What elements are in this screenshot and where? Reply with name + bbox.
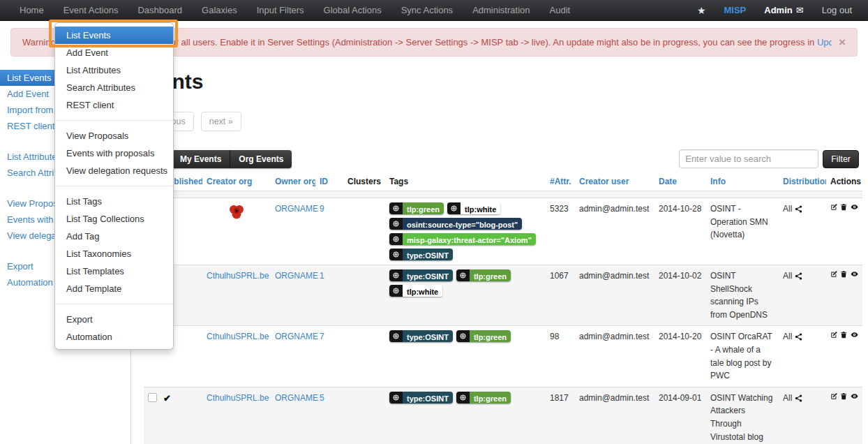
close-icon[interactable]: ×: [832, 36, 846, 50]
delete-icon[interactable]: [840, 202, 847, 212]
dropdown-item-add-event[interactable]: Add Event: [55, 44, 173, 61]
header-attr-count[interactable]: #Attr.: [546, 172, 575, 191]
nav-item-global-actions[interactable]: Global Actions: [314, 0, 391, 21]
delete-icon[interactable]: [840, 392, 847, 401]
nav-item-dashboard[interactable]: Dashboard: [128, 0, 192, 21]
dropdown-item-events-with-proposals[interactable]: Events with proposals: [55, 145, 173, 162]
nav-item-sync-actions[interactable]: Sync Actions: [391, 0, 463, 21]
org-events-button[interactable]: Org Events: [230, 150, 292, 168]
edit-icon[interactable]: [830, 392, 837, 401]
creator-org-link[interactable]: CthulhuSPRL.be: [207, 393, 269, 403]
tag-tlp-green[interactable]: tlp:green: [456, 269, 511, 281]
tag-tlp-green[interactable]: tlp:green: [456, 330, 511, 342]
attr-count-cell: 1067: [546, 265, 575, 326]
share-icon[interactable]: [795, 394, 802, 402]
nav-item-event-actions[interactable]: Event Actions: [54, 0, 128, 21]
event-id-link[interactable]: 9: [320, 204, 324, 214]
dropdown-divider: [56, 120, 172, 121]
my-events-button[interactable]: My Events: [172, 150, 230, 168]
search-input[interactable]: [679, 149, 818, 168]
dropdown-item-list-templates[interactable]: List Templates: [55, 262, 173, 280]
next-page-button[interactable]: next »: [201, 112, 241, 131]
owner-org-link[interactable]: ORGNAME: [275, 332, 318, 341]
owner-org-link[interactable]: ORGNAME: [275, 271, 318, 281]
event-actions-dropdown: List Events Add Event List Attributes Se…: [54, 22, 174, 350]
update-progress-link[interactable]: Update Progress: [817, 37, 832, 47]
row-checkbox[interactable]: [148, 393, 157, 402]
star-icon[interactable]: ★: [688, 0, 715, 21]
creator-org-link[interactable]: CthulhuSPRL.be: [207, 271, 269, 281]
tag-osint-source-type-blog-post-[interactable]: osint:source-type="blog-post": [389, 218, 522, 230]
edit-icon[interactable]: [830, 269, 837, 279]
event-id-link[interactable]: 1: [320, 271, 324, 281]
tag-tlp-white[interactable]: tlp:white: [447, 202, 500, 214]
dropdown-item-search-attributes[interactable]: Search Attributes: [55, 79, 173, 96]
globe-icon: [393, 236, 399, 242]
dropdown-item-view-proposals[interactable]: View Proposals: [55, 127, 173, 145]
dropdown-item-view-delegation-requests[interactable]: View delegation requests: [55, 162, 173, 179]
tags-cell: type:OSINTtlp:green: [389, 392, 541, 404]
tag-tlp-white[interactable]: tlp:white: [389, 285, 442, 297]
tag-label: tlp:green: [470, 392, 511, 404]
view-icon[interactable]: [851, 269, 858, 279]
filter-button[interactable]: Filter: [823, 150, 859, 168]
nav-item-input-filters[interactable]: Input Filters: [247, 0, 314, 21]
dropdown-item-list-attributes[interactable]: List Attributes: [55, 61, 173, 79]
tag-type-osint[interactable]: type:OSINT: [389, 249, 453, 260]
published-check-icon: ✔: [163, 393, 171, 404]
nav-item-home[interactable]: Home: [10, 0, 54, 21]
dropdown-item-list-events[interactable]: List Events: [55, 27, 173, 44]
header-owner-org[interactable]: Owner org: [271, 172, 315, 191]
header-date[interactable]: Date: [654, 172, 706, 191]
share-icon[interactable]: [795, 272, 802, 280]
share-icon[interactable]: [795, 205, 802, 213]
dropdown-divider: [56, 186, 172, 186]
info-cell: OSINT OrcaRAT - A whale of a tale blog p…: [706, 326, 779, 387]
misp-brand-link[interactable]: MISP: [714, 0, 755, 21]
dropdown-item-automation[interactable]: Automation: [55, 328, 173, 346]
logout-link[interactable]: Log out: [813, 0, 861, 21]
tag-misp-galaxy-threat-actor-axiom-[interactable]: misp-galaxy:threat-actor="Axiom": [389, 233, 536, 245]
nav-item-audit[interactable]: Audit: [540, 0, 581, 21]
admin-user-link[interactable]: Admin: [755, 0, 794, 21]
dropdown-item-export[interactable]: Export: [55, 311, 173, 328]
view-icon[interactable]: [851, 330, 858, 339]
tag-tlp-green[interactable]: tlp:green: [389, 202, 444, 214]
tag-type-osint[interactable]: type:OSINT: [389, 269, 453, 281]
envelope-icon[interactable]: ✉: [795, 0, 813, 21]
view-icon[interactable]: [851, 202, 858, 212]
header-id[interactable]: ID: [315, 172, 343, 191]
tag-type-osint[interactable]: type:OSINT: [389, 330, 453, 342]
share-icon[interactable]: [795, 333, 802, 341]
delete-icon[interactable]: [840, 269, 847, 279]
event-id-link[interactable]: 5: [320, 393, 324, 403]
nav-item-administration[interactable]: Administration: [463, 0, 539, 21]
dropdown-item-rest-client[interactable]: REST client: [55, 96, 173, 114]
owner-org-link[interactable]: ORGNAME: [275, 393, 318, 403]
dropdown-item-list-taxonomies[interactable]: List Taxonomies: [55, 245, 173, 262]
dropdown-item-add-tag[interactable]: Add Tag: [55, 228, 173, 245]
delete-icon[interactable]: [840, 330, 847, 339]
owner-org-link[interactable]: ORGNAME: [275, 204, 318, 214]
dropdown-item-list-tags[interactable]: List Tags: [55, 193, 173, 210]
header-creator-org[interactable]: Creator org: [202, 172, 271, 191]
creator-org-logo[interactable]: [227, 213, 246, 223]
tags-cell: type:OSINTtlp:green: [389, 330, 541, 342]
tag-tlp-green[interactable]: tlp:green: [456, 392, 511, 404]
tag-label: tlp:green: [470, 269, 511, 281]
globe-icon: [393, 221, 399, 227]
event-id-link[interactable]: 7: [320, 332, 324, 341]
dropdown-item-list-tag-collections[interactable]: List Tag Collections: [55, 210, 173, 228]
tag-type-osint[interactable]: type:OSINT: [389, 392, 453, 404]
edit-icon[interactable]: [830, 330, 837, 339]
creator-org-link[interactable]: CthulhuSPRL.be: [207, 332, 269, 341]
header-distribution[interactable]: Distribution: [779, 172, 826, 191]
dropdown-item-add-template[interactable]: Add Template: [55, 280, 173, 297]
header-info[interactable]: Info: [706, 172, 779, 191]
nav-item-galaxies[interactable]: Galaxies: [192, 0, 247, 21]
view-icon[interactable]: [851, 392, 858, 401]
edit-icon[interactable]: [830, 202, 837, 212]
header-creator-user[interactable]: Creator user: [575, 172, 654, 191]
dropdown-divider: [56, 304, 172, 304]
globe-icon: [460, 333, 466, 339]
